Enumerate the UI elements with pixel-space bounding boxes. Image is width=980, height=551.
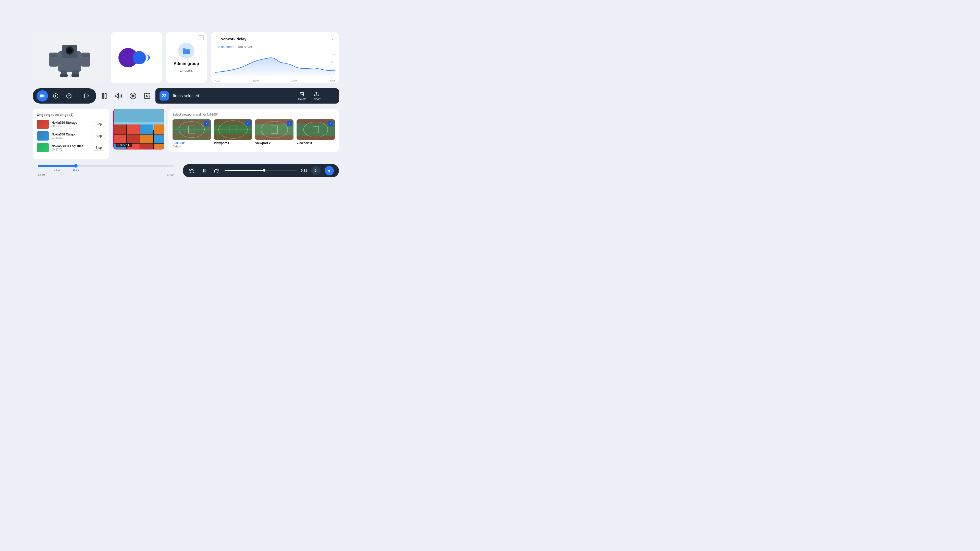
tab-hover[interactable]: Tab hover [238, 45, 252, 50]
logo-card [111, 32, 162, 83]
rec-name-3: Nokia5G360 Logistics [52, 144, 89, 148]
viewport-1-label: Viewport 1 [214, 141, 252, 145]
toolbar-camera-btn[interactable] [37, 90, 48, 102]
record-icon[interactable] [129, 92, 137, 100]
timeline-progress [38, 165, 76, 167]
timeline-end: 17.00 [166, 173, 173, 176]
toolbar-help-btn[interactable]: ? [63, 90, 75, 102]
timeline-section: 13.00 13.30 12.30 17.00 [33, 165, 179, 176]
network-title: Network delay [221, 37, 247, 41]
x-label-4pm: 4PM [292, 80, 297, 83]
video-player-bar: 9:31 [183, 164, 339, 177]
svg-rect-59 [214, 134, 252, 140]
svg-rect-41 [140, 144, 153, 149]
player-replay-btn[interactable] [188, 167, 196, 175]
svg-rect-50 [189, 126, 195, 133]
viewport-1[interactable]: ✓ Viewport 1 [214, 119, 252, 148]
player-time: 9:31 [301, 168, 307, 172]
x-label-8am: 8AM [215, 80, 220, 83]
viewport-full360-img: ✓ [172, 119, 211, 140]
svg-point-27 [333, 96, 333, 96]
timeline-track[interactable]: 13.00 13.30 [38, 165, 173, 167]
svg-rect-6 [51, 55, 57, 57]
svg-rect-23 [145, 93, 150, 98]
rec-time-3: 00:27:42 [52, 148, 89, 151]
viewport-3-check: ✓ [328, 121, 333, 126]
admin-user-count: 14 users [180, 68, 192, 73]
svg-marker-15 [55, 95, 57, 97]
svg-rect-71 [205, 169, 205, 172]
robot-card [33, 32, 107, 83]
more-icon[interactable]: ⋯ [330, 36, 335, 42]
svg-rect-32 [127, 124, 140, 135]
svg-marker-20 [116, 94, 118, 98]
stop-btn-3[interactable]: Stop [92, 144, 105, 151]
rec-time-1: 00:15:17 [52, 124, 89, 127]
viewport-3-label: Viewport 3 [297, 141, 335, 145]
svg-rect-10 [60, 74, 68, 77]
tab-selected[interactable]: Tab selected [215, 45, 234, 50]
svg-rect-42 [154, 144, 164, 149]
svg-rect-33 [140, 124, 153, 135]
delete-label: Delete [298, 97, 306, 100]
player-progress-bar[interactable] [224, 170, 297, 171]
svg-point-3 [67, 48, 72, 53]
timeline-marker-13: 13.00 [54, 168, 60, 171]
volume-icon[interactable] [115, 92, 123, 100]
y-label-0: 0 [331, 76, 335, 79]
items-count-badge: 23 [159, 91, 169, 100]
delete-action-btn[interactable]: Delete [298, 91, 306, 100]
pause-icon[interactable] [100, 92, 108, 100]
svg-rect-48 [172, 119, 211, 140]
viewport-3[interactable]: ✓ Viewport 3 [297, 119, 335, 148]
svg-point-13 [133, 51, 146, 64]
rec-thumb-2 [37, 131, 49, 141]
viewport-full360-sublabel: Default [172, 145, 211, 148]
viewport-2-img: ✓ [255, 119, 293, 140]
svg-point-24 [146, 95, 148, 97]
viewport-2[interactable]: ✓ Viewport 2 [255, 119, 293, 148]
screenshot-icon[interactable] [143, 92, 151, 100]
folder-icon [178, 43, 194, 59]
svg-rect-7 [83, 55, 89, 57]
back-icon[interactable]: ← [215, 37, 218, 41]
viewport-2-check: ✓ [287, 121, 292, 126]
items-more-btn[interactable] [327, 92, 335, 100]
y-label-4k: 4k [331, 68, 335, 71]
viewport-full360[interactable]: ✓ Full 360° Default [172, 119, 211, 148]
items-selected-label: Items selected [173, 94, 294, 98]
svg-marker-72 [314, 169, 316, 171]
toolbar-play-btn[interactable] [50, 90, 61, 102]
viewport-3-img: ✓ [297, 119, 335, 140]
player-progress-thumb [263, 169, 266, 171]
x-label-8pm: 8PM [330, 80, 335, 83]
player-record-btn[interactable] [325, 166, 334, 175]
stop-btn-1[interactable]: Stop [92, 121, 105, 127]
y-label-8k: 8k [331, 61, 335, 64]
svg-point-73 [328, 170, 330, 171]
player-volume-btn[interactable] [311, 166, 321, 175]
svg-point-26 [333, 94, 333, 95]
svg-rect-53 [172, 133, 211, 139]
player-refresh-btn[interactable] [212, 167, 221, 175]
toolbar-divider [78, 92, 78, 100]
svg-rect-34 [154, 124, 164, 135]
video-time-badge: 00:27:42 [116, 143, 132, 147]
rec-thumb-3 [37, 143, 49, 152]
viewport-card: Select viewports and / or full 360° ✓ [169, 109, 339, 152]
stop-btn-2[interactable]: Stop [92, 133, 105, 139]
admin-card-checkbox[interactable] [199, 35, 204, 40]
svg-rect-19 [105, 94, 106, 98]
export-action-btn[interactable]: Export [312, 91, 321, 100]
svg-rect-52 [172, 120, 211, 126]
toolbar-logout-btn[interactable] [81, 90, 92, 102]
y-label-12k: 12k [331, 53, 335, 56]
player-pause-btn[interactable] [200, 167, 208, 175]
rec-name-2: Nokia360 Cargo [52, 133, 89, 136]
svg-rect-11 [72, 74, 79, 77]
svg-rect-31 [114, 124, 127, 135]
timeline-start: 12.30 [38, 173, 45, 176]
player-progress-fill [224, 170, 264, 171]
timeline-thumb[interactable] [74, 164, 78, 168]
admin-group-card: Admin group 14 users [166, 32, 207, 83]
